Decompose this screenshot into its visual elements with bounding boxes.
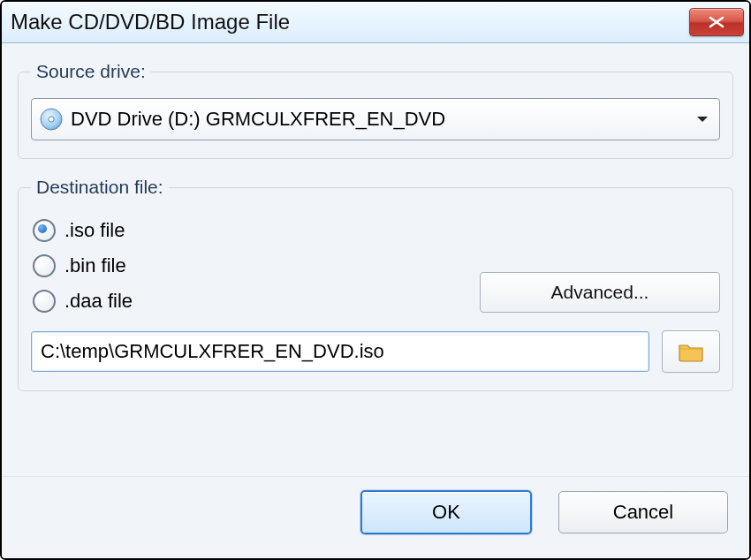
destination-file-legend: Destination file:: [31, 177, 169, 198]
file-type-radio-group: .iso file .bin file .daa file: [31, 214, 480, 318]
svg-point-1: [49, 117, 54, 122]
source-drive-group: Source drive:: [18, 61, 733, 159]
browse-button[interactable]: [662, 330, 720, 373]
cancel-button-label: Cancel: [613, 501, 673, 524]
destination-path-input[interactable]: [31, 331, 649, 372]
radio-daa[interactable]: .daa file: [33, 290, 480, 313]
dialog-window: Make CD/DVD/BD Image File Source drive:: [0, 0, 751, 560]
destination-file-group: Destination file: .iso file .bin file .d…: [18, 177, 733, 391]
source-drive-selected: DVD Drive (D:) GRMCULXFRER_EN_DVD: [71, 108, 694, 131]
close-icon: [709, 16, 724, 28]
title-bar: Make CD/DVD/BD Image File: [2, 2, 749, 43]
source-drive-dropdown[interactable]: DVD Drive (D:) GRMCULXFRER_EN_DVD: [31, 98, 720, 140]
radio-iso[interactable]: .iso file: [33, 219, 480, 242]
radio-label: .daa file: [64, 290, 133, 313]
folder-icon: [678, 341, 704, 362]
close-button[interactable]: [689, 8, 744, 36]
radio-label: .bin file: [64, 254, 126, 277]
cancel-button[interactable]: Cancel: [558, 491, 728, 534]
advanced-button[interactable]: Advanced...: [480, 272, 720, 313]
radio-label: .iso file: [64, 219, 125, 242]
radio-bin[interactable]: .bin file: [33, 254, 480, 277]
radio-indicator: [33, 254, 56, 277]
destination-path-row: [31, 330, 720, 373]
dialog-body: Source drive:: [2, 43, 749, 476]
disc-icon: [39, 107, 64, 132]
ok-button[interactable]: OK: [360, 490, 532, 534]
dialog-button-row: OK Cancel: [2, 476, 749, 558]
radio-indicator: [33, 219, 56, 242]
window-title: Make CD/DVD/BD Image File: [11, 10, 290, 34]
source-drive-legend: Source drive:: [31, 61, 151, 82]
ok-button-label: OK: [432, 501, 460, 524]
advanced-button-label: Advanced...: [551, 282, 649, 303]
destination-options-row: .iso file .bin file .daa file Advanced..…: [31, 214, 720, 318]
radio-indicator: [33, 290, 56, 313]
chevron-down-icon: [694, 111, 710, 127]
